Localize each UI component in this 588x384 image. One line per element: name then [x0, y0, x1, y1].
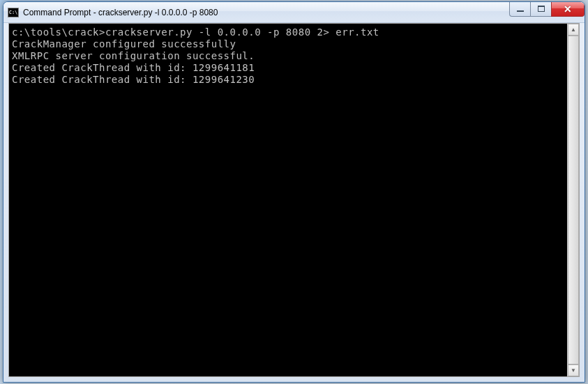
console-output[interactable]: c:\tools\crack>crackserver.py -l 0.0.0.0…: [9, 24, 567, 376]
command-text: crackserver.py -l 0.0.0.0 -p 8080 2> err…: [105, 26, 379, 38]
window-controls: ✕: [509, 2, 585, 17]
command-prompt-window: C:\ Command Prompt - crackserver.py -l 0…: [3, 1, 585, 383]
minimize-icon: [517, 10, 524, 12]
scroll-thumb[interactable]: [568, 36, 579, 364]
output-line: Created CrackThread with id: 1299641230: [12, 74, 255, 85]
titlebar[interactable]: C:\ Command Prompt - crackserver.py -l 0…: [3, 2, 585, 23]
client-area: c:\tools\crack>crackserver.py -l 0.0.0.0…: [8, 23, 580, 377]
maximize-icon: [538, 6, 545, 12]
minimize-button[interactable]: [509, 2, 530, 17]
cmd-icon: C:\: [8, 8, 19, 17]
window-title: Command Prompt - crackserver.py -l 0.0.0…: [23, 8, 509, 17]
close-button[interactable]: ✕: [551, 2, 585, 17]
output-line: Created CrackThread with id: 1299641181: [12, 62, 255, 73]
output-line: XMLRPC server configuration successful.: [12, 50, 255, 61]
output-line: CrackManager configured successfully: [12, 38, 236, 49]
scroll-down-button[interactable]: ▼: [568, 364, 579, 376]
maximize-button[interactable]: [530, 2, 551, 17]
vertical-scrollbar[interactable]: ▲ ▼: [567, 24, 579, 376]
scroll-up-button[interactable]: ▲: [568, 24, 579, 36]
prompt: c:\tools\crack>: [12, 26, 105, 38]
close-icon: ✕: [564, 3, 572, 15]
